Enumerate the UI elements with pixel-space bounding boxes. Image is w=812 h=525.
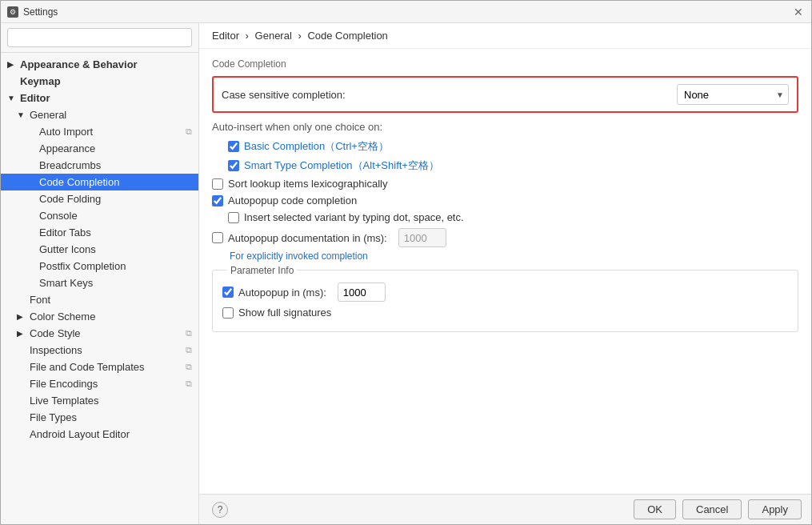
sidebar-item-inspections[interactable]: Inspections ⧉	[1, 342, 198, 359]
param-section-body: Autopopup in (ms): Show full signatures	[222, 283, 788, 319]
smart-type-label: Smart Type Completion（Alt+Shift+空格）	[244, 158, 439, 173]
copy-icon: ⧉	[186, 362, 192, 372]
insert-selected-checkbox[interactable]	[228, 212, 239, 223]
smart-type-row: Smart Type Completion（Alt+Shift+空格）	[212, 158, 798, 173]
apply-button[interactable]: Apply	[748, 499, 802, 519]
sidebar-item-general[interactable]: ▼ General	[1, 106, 198, 123]
autopopup-doc-row: Autopopup documentation in (ms):	[212, 228, 798, 247]
sidebar-item-appearance[interactable]: Appearance	[1, 140, 198, 157]
help-button[interactable]: ?	[212, 502, 228, 518]
show-signatures-row: Show full signatures	[222, 307, 788, 319]
sort-lookup-label: Sort lookup items lexicographically	[228, 178, 387, 190]
auto-insert-label: Auto-insert when only one choice on:	[212, 121, 798, 133]
case-sensitive-dropdown-wrapper: None All First letter ▼	[677, 84, 789, 105]
sidebar-item-console[interactable]: Console	[1, 207, 198, 224]
autopopup-param-checkbox[interactable]	[222, 287, 234, 298]
sidebar-item-label: File and Code Templates	[30, 361, 145, 373]
sidebar-item-android-layout-editor[interactable]: Android Layout Editor	[1, 426, 198, 443]
autopopup-completion-label: Autopopup code completion	[228, 194, 357, 206]
sidebar-item-label: File Types	[30, 411, 77, 423]
copy-icon: ⧉	[186, 126, 192, 137]
sidebar-item-label: Auto Import	[39, 126, 93, 138]
case-sensitive-row: Case sensitive completion: None All Firs…	[212, 76, 798, 113]
breadcrumb-sep1: ›	[246, 30, 249, 42]
sidebar-item-postfix-completion[interactable]: Postfix Completion	[1, 258, 198, 275]
close-button[interactable]: ✕	[792, 6, 805, 18]
sidebar-item-label: Appearance	[39, 142, 95, 154]
title-bar-left: ⚙ Settings	[7, 6, 58, 18]
right-panel: Editor › General › Code Completion Code …	[199, 23, 811, 524]
sidebar-item-label: Code Folding	[39, 193, 101, 205]
content-area: Code Completion Case sensitive completio…	[199, 49, 811, 494]
sidebar-item-auto-import[interactable]: Auto Import ⧉	[1, 123, 198, 140]
sidebar-item-label: Inspections	[30, 344, 82, 356]
autopopup-doc-input[interactable]	[398, 228, 446, 247]
sidebar-item-code-completion[interactable]: Code Completion	[1, 174, 198, 190]
sidebar-tree: ▶ Appearance & Behavior Keymap ▼ Editor …	[1, 53, 198, 524]
sidebar-item-label: Editor	[20, 92, 50, 104]
bottom-bar: ? OK Cancel Apply	[199, 494, 811, 524]
settings-icon: ⚙	[7, 6, 18, 18]
sidebar-item-file-types[interactable]: File Types	[1, 409, 198, 426]
insert-selected-label: Insert selected variant by typing dot, s…	[244, 211, 464, 223]
insert-selected-row: Insert selected variant by typing dot, s…	[212, 211, 798, 223]
sidebar-item-gutter-icons[interactable]: Gutter Icons	[1, 241, 198, 258]
sidebar-item-editor-tabs[interactable]: Editor Tabs	[1, 224, 198, 241]
param-info-title: Parameter Info	[227, 265, 297, 276]
title-bar: ⚙ Settings ✕	[1, 1, 811, 23]
sidebar-item-label: Console	[39, 210, 78, 222]
sidebar: ▶ Appearance & Behavior Keymap ▼ Editor …	[1, 23, 199, 524]
sidebar-item-label: Editor Tabs	[39, 226, 91, 238]
sidebar-item-font[interactable]: Font	[1, 291, 198, 308]
case-sensitive-dropdown[interactable]: None All First letter	[677, 84, 789, 105]
autopopup-param-row: Autopopup in (ms):	[222, 283, 788, 302]
sidebar-item-file-code-templates[interactable]: File and Code Templates ⧉	[1, 359, 198, 375]
breadcrumb-editor: Editor	[212, 30, 239, 42]
sidebar-item-label: File Encodings	[30, 378, 98, 390]
settings-window: ⚙ Settings ✕ ▶ Appearance & Behavior Key…	[0, 0, 812, 525]
cancel-button[interactable]: Cancel	[682, 499, 742, 519]
sidebar-item-label: Live Templates	[30, 395, 98, 407]
chevron-icon: ▼	[17, 110, 26, 119]
show-signatures-checkbox[interactable]	[222, 307, 234, 319]
window-title: Settings	[23, 6, 58, 18]
sidebar-item-code-folding[interactable]: Code Folding	[1, 190, 198, 207]
copy-icon: ⧉	[186, 345, 192, 355]
basic-completion-checkbox[interactable]	[228, 141, 239, 152]
section-title: Code Completion	[212, 58, 798, 70]
sidebar-item-label: Font	[30, 294, 50, 306]
breadcrumb-sep2: ›	[298, 30, 301, 42]
sidebar-item-editor[interactable]: ▼ Editor	[1, 90, 198, 106]
chevron-icon: ▼	[7, 94, 17, 102]
show-signatures-label: Show full signatures	[238, 307, 331, 319]
autopopup-param-input[interactable]	[338, 283, 386, 302]
ok-button[interactable]: OK	[634, 499, 676, 519]
sidebar-item-label: Postfix Completion	[39, 260, 126, 272]
sidebar-item-label: Gutter Icons	[39, 243, 96, 255]
breadcrumb-general: General	[255, 30, 292, 42]
sidebar-item-smart-keys[interactable]: Smart Keys	[1, 275, 198, 291]
search-input[interactable]	[7, 28, 192, 47]
chevron-icon: ▶	[17, 329, 26, 338]
sidebar-item-file-encodings[interactable]: File Encodings ⧉	[1, 375, 198, 392]
copy-icon: ⧉	[186, 328, 192, 339]
sidebar-item-keymap[interactable]: Keymap	[1, 73, 198, 90]
main-content: ▶ Appearance & Behavior Keymap ▼ Editor …	[1, 23, 811, 524]
smart-type-checkbox[interactable]	[228, 160, 239, 171]
sidebar-item-live-templates[interactable]: Live Templates	[1, 392, 198, 409]
sidebar-item-label: Keymap	[20, 75, 61, 87]
case-sensitive-label: Case sensitive completion:	[222, 89, 670, 101]
autopopup-doc-checkbox[interactable]	[212, 232, 223, 243]
sidebar-item-color-scheme[interactable]: ▶ Color Scheme	[1, 308, 198, 325]
sidebar-item-breadcrumbs[interactable]: Breadcrumbs	[1, 157, 198, 174]
sidebar-item-appearance-behavior[interactable]: ▶ Appearance & Behavior	[1, 56, 198, 73]
sidebar-item-label: Smart Keys	[39, 277, 93, 289]
sidebar-item-code-style[interactable]: ▶ Code Style ⧉	[1, 325, 198, 342]
breadcrumb-code-completion: Code Completion	[307, 30, 387, 42]
autopopup-doc-hint: For explicitly invoked completion	[212, 250, 798, 262]
autopopup-completion-row: Autopopup code completion	[212, 194, 798, 206]
sort-lookup-checkbox[interactable]	[212, 178, 223, 190]
autopopup-completion-checkbox[interactable]	[212, 195, 223, 206]
chevron-icon: ▶	[7, 60, 17, 69]
sidebar-item-label: Color Scheme	[30, 311, 95, 323]
